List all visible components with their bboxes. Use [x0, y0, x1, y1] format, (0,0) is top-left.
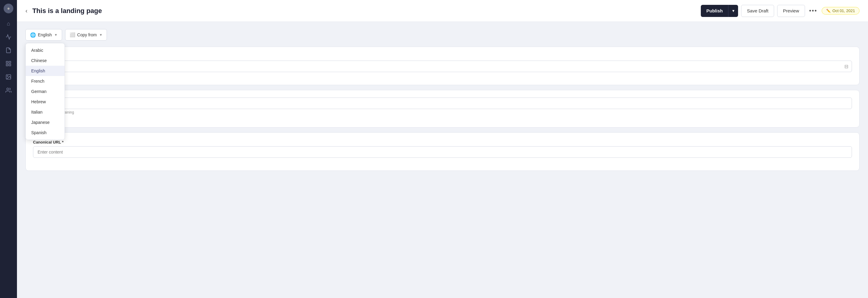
- dropdown-item-japanese[interactable]: Japanese: [26, 117, 64, 127]
- description-input-wrapper: ⊟: [33, 61, 852, 72]
- sidebar: ● ⌂: [0, 0, 17, 298]
- description-card: Description * ⊟: [26, 47, 860, 85]
- language-dropdown: ArabicChineseEnglishFrenchGermanHebrewIt…: [26, 43, 65, 140]
- note-icon[interactable]: [3, 45, 14, 56]
- short-description-input[interactable]: [33, 97, 852, 109]
- grid-icon[interactable]: [3, 58, 14, 69]
- svg-rect-3: [9, 64, 11, 66]
- publish-button[interactable]: Publish ▼: [701, 5, 738, 17]
- svg-point-5: [7, 76, 8, 77]
- gallery-icon[interactable]: [3, 71, 14, 82]
- lang-bar: 🌐 English ▼ ⬜ Copy from ▼ ArabicChineseE…: [26, 29, 860, 40]
- main-panel: ‹ This is a landing page Publish ▼ Save …: [17, 0, 868, 298]
- canonical-url-card: Canonical URL *: [26, 132, 860, 171]
- short-description-card: 160 characters remaining: [26, 90, 860, 127]
- richtext-icon: ⊟: [844, 64, 848, 69]
- description-group: Description * ⊟: [33, 54, 852, 72]
- header: ‹ This is a landing page Publish ▼ Save …: [17, 0, 868, 22]
- svg-rect-0: [6, 61, 8, 63]
- copy-from-button-label: Copy from: [77, 32, 97, 37]
- description-input[interactable]: [33, 61, 852, 72]
- language-button-label: English: [38, 32, 52, 37]
- dropdown-item-german[interactable]: German: [26, 86, 64, 97]
- save-draft-button[interactable]: Save Draft: [741, 5, 774, 17]
- preview-button[interactable]: Preview: [777, 5, 805, 17]
- canonical-url-input[interactable]: [33, 146, 852, 158]
- back-button[interactable]: ‹: [26, 7, 28, 14]
- date-badge: Oct 01, 2021: [822, 7, 860, 14]
- canonical-url-label: Canonical URL *: [33, 140, 852, 145]
- page-title: This is a landing page: [32, 7, 698, 15]
- publish-button-label: Publish: [701, 5, 728, 17]
- dropdown-item-french[interactable]: French: [26, 76, 64, 86]
- copy-icon: ⬜: [70, 32, 75, 37]
- more-button[interactable]: •••: [808, 7, 818, 14]
- dropdown-item-spanish[interactable]: Spanish: [26, 127, 64, 138]
- dropdown-item-english[interactable]: English: [26, 66, 64, 76]
- activity-icon[interactable]: [3, 31, 14, 42]
- language-caret-icon: ▼: [54, 33, 58, 37]
- globe-icon: 🌐: [30, 32, 36, 38]
- header-actions: Publish ▼ Save Draft Preview ••• Oct 01,…: [701, 5, 860, 17]
- dropdown-item-arabic[interactable]: Arabic: [26, 45, 64, 55]
- home-icon[interactable]: ⌂: [3, 18, 14, 29]
- copy-caret-icon: ▼: [99, 33, 102, 37]
- dropdown-item-italian[interactable]: Italian: [26, 107, 64, 117]
- dropdown-item-chinese[interactable]: Chinese: [26, 55, 64, 66]
- date-label: Oct 01, 2021: [833, 8, 855, 13]
- short-description-group: 160 characters remaining: [33, 97, 852, 115]
- svg-rect-1: [9, 61, 11, 63]
- users-icon[interactable]: [3, 85, 14, 96]
- language-button[interactable]: 🌐 English ▼: [26, 29, 62, 40]
- svg-rect-2: [6, 64, 8, 66]
- publish-caret-icon[interactable]: ▼: [728, 5, 738, 17]
- svg-point-6: [7, 88, 9, 90]
- char-remaining-label: 160 characters remaining: [33, 110, 852, 115]
- canonical-url-group: Canonical URL *: [33, 140, 852, 158]
- description-label: Description *: [33, 54, 852, 59]
- avatar[interactable]: ●: [4, 4, 13, 13]
- copy-from-button[interactable]: ⬜ Copy from ▼: [65, 29, 107, 40]
- content-area: 🌐 English ▼ ⬜ Copy from ▼ ArabicChineseE…: [17, 22, 868, 298]
- dropdown-item-hebrew[interactable]: Hebrew: [26, 97, 64, 107]
